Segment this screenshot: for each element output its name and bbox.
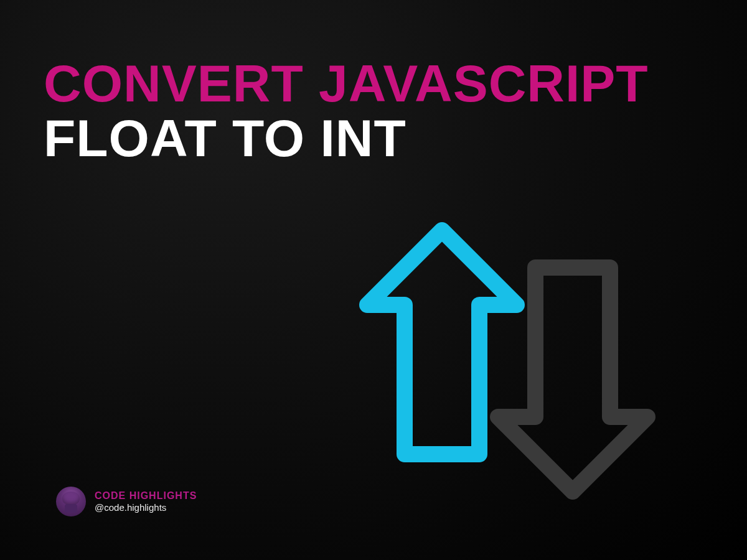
- footer-text: CODE HIGHLIGHTS @code.highlights: [95, 490, 197, 514]
- heading-line-1: CONVERT JAVASCRIPT: [44, 54, 649, 113]
- avatar-icon: [56, 487, 86, 516]
- social-handle: @code.highlights: [95, 502, 197, 514]
- footer-attribution: CODE HIGHLIGHTS @code.highlights: [56, 487, 197, 516]
- heading-line-2: FLOAT TO INT: [44, 109, 406, 167]
- brand-name: CODE HIGHLIGHTS: [95, 490, 197, 502]
- arrows-graphic: [336, 205, 660, 516]
- page-container: CONVERT JAVASCRIPT FLOAT TO INT CODE HIG…: [0, 0, 747, 560]
- main-heading: CONVERT JAVASCRIPT FLOAT TO INT: [44, 56, 703, 166]
